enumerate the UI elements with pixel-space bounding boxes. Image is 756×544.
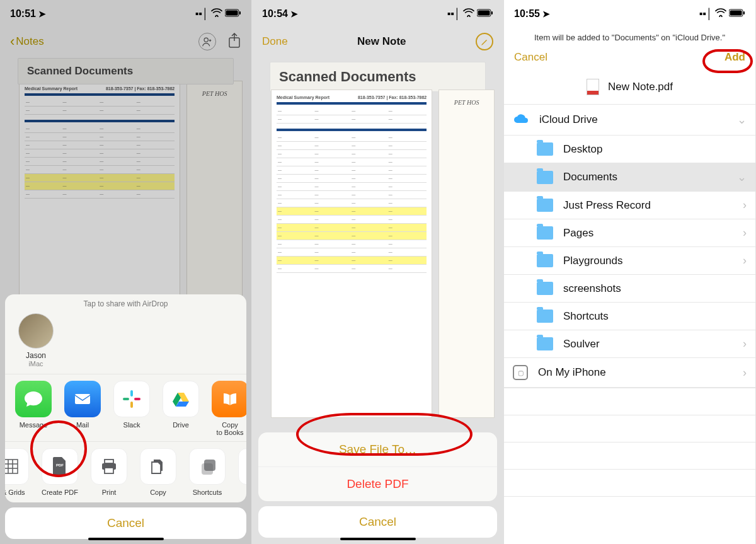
share-app-books[interactable]: Copy to Books — [205, 381, 246, 436]
location-label: iCloud Drive — [539, 113, 598, 126]
action-save[interactable]: Save — [232, 448, 246, 496]
folder-icon — [537, 226, 553, 240]
save-icon — [238, 448, 246, 485]
grid-icon — [5, 448, 29, 485]
iphone-device-icon: ▢ — [513, 365, 528, 380]
svg-rect-2 — [239, 11, 241, 14]
phone-screen-3: 10:55 ➤ ▪▪│ Item will be added to "Docum… — [504, 0, 756, 544]
delete-pdf-button[interactable]: Delete PDF — [258, 466, 497, 501]
folder-soulver[interactable]: Soulver › — [504, 330, 755, 358]
battery-icon — [225, 8, 241, 20]
folder-icon — [537, 337, 553, 350]
location-on-my-iphone[interactable]: ▢ On My iPhone › — [504, 358, 755, 388]
action-create-pdf[interactable]: PDF Create PDF — [35, 448, 84, 496]
clock: 10:54 — [262, 8, 288, 20]
airdrop-name: Jason — [26, 351, 46, 360]
location-icloud-drive[interactable]: iCloud Drive ⌄ — [504, 105, 755, 136]
shortcuts-icon — [189, 448, 226, 485]
pdf-file-icon — [587, 79, 599, 95]
save-file-to-button[interactable]: Save File To… — [258, 432, 497, 466]
options-sheet: Save File To… Delete PDF Cancel — [258, 432, 497, 538]
svg-rect-25 — [743, 11, 745, 14]
folder-icon — [537, 310, 553, 323]
share-app-drive[interactable]: Drive — [156, 381, 205, 436]
location-arrow-icon: ➤ — [38, 9, 46, 19]
action-copy[interactable]: Copy — [134, 448, 183, 496]
folder-screenshots[interactable]: screenshots — [504, 275, 755, 303]
pdf-icon: PDF — [42, 448, 78, 485]
folder-desktop[interactable]: Desktop — [504, 136, 755, 163]
svg-rect-9 — [134, 398, 140, 400]
clock: 10:51 — [10, 8, 36, 20]
status-bar: 10:51 ➤ ▪▪│ — [0, 0, 251, 28]
print-icon — [91, 448, 127, 485]
file-item: New Note.pdf — [504, 72, 755, 104]
add-button[interactable]: Add — [724, 51, 745, 64]
page-title: New Note — [357, 35, 406, 48]
airdrop-target[interactable]: Jason iMac — [14, 313, 58, 367]
home-indicator[interactable] — [88, 538, 164, 540]
nav-bar: Cancel Add — [504, 47, 755, 72]
location-arrow-icon: ➤ — [542, 9, 550, 19]
signal-icon: ▪▪│ — [447, 8, 461, 20]
folder-just-press-record[interactable]: Just Press Record › — [504, 192, 755, 219]
phone-screen-2: 10:54 ➤ ▪▪│ Done New Note Scanned Docume… — [252, 0, 504, 544]
chevron-right-icon: › — [743, 199, 747, 212]
nav-bar: Done New Note — [252, 28, 503, 55]
folder-playgrounds[interactable]: Playgrounds › — [504, 247, 755, 275]
location-arrow-icon: ➤ — [290, 9, 298, 19]
folder-icon — [537, 282, 553, 295]
chevron-down-icon: ⌄ — [737, 170, 747, 184]
svg-text:PDF: PDF — [56, 463, 64, 467]
done-button[interactable]: Done — [262, 35, 288, 48]
folder-icon — [537, 142, 553, 156]
chevron-right-icon: › — [743, 366, 747, 379]
cancel-button[interactable]: Cancel — [514, 51, 547, 64]
battery-icon — [729, 8, 745, 20]
document-preview: Medical Summary Report818-353-7357 | Fax… — [271, 90, 495, 418]
share-app-message[interactable]: Message — [9, 381, 58, 436]
share-app-slack[interactable]: Slack — [107, 381, 156, 436]
icloud-icon — [513, 112, 529, 128]
markup-icon[interactable] — [476, 33, 493, 50]
message-icon — [15, 381, 52, 417]
mail-icon — [64, 381, 101, 417]
books-icon — [212, 381, 246, 417]
chevron-right-icon: › — [743, 254, 747, 267]
document-title: Scanned Documents — [270, 62, 486, 92]
svg-rect-16 — [105, 468, 113, 473]
folder-shortcuts[interactable]: Shortcuts — [504, 303, 755, 330]
chevron-down-icon: ⌄ — [737, 113, 747, 127]
share-app-mail[interactable]: Mail — [58, 381, 107, 436]
destination-hint: Item will be added to "Documents" on "iC… — [504, 28, 755, 47]
folder-pages[interactable]: Pages › — [504, 219, 755, 247]
folder-icon — [537, 171, 553, 184]
svg-rect-14 — [105, 460, 113, 463]
clock: 10:55 — [514, 8, 540, 20]
phone-screen-1: 10:51 ➤ ▪▪│ ‹ Notes Scanned Doc — [0, 0, 252, 544]
battery-icon — [477, 8, 493, 20]
cancel-button[interactable]: Cancel — [5, 507, 246, 539]
svg-rect-8 — [130, 402, 133, 408]
slack-icon — [113, 381, 150, 417]
home-indicator[interactable] — [340, 538, 416, 540]
action-lines-grids[interactable]: s & Grids — [5, 448, 35, 496]
svg-rect-7 — [123, 398, 129, 400]
share-actions-row[interactable]: s & Grids PDF Create PDF Print — [5, 441, 246, 502]
action-print[interactable]: Print — [84, 448, 134, 496]
signal-icon: ▪▪│ — [195, 8, 209, 20]
share-sheet: Tap to share with AirDrop Jason iMac Mes… — [5, 294, 246, 539]
folder-icon — [537, 199, 553, 212]
cancel-button[interactable]: Cancel — [258, 506, 497, 538]
share-apps-row[interactable]: Message Mail Slack — [5, 374, 246, 441]
folder-documents[interactable]: Documents ⌄ — [504, 163, 755, 192]
svg-rect-21 — [478, 11, 490, 16]
svg-rect-18 — [204, 460, 215, 471]
avatar — [18, 313, 54, 349]
action-shortcuts[interactable]: Shortcuts — [183, 448, 232, 496]
status-bar: 10:55 ➤ ▪▪│ — [504, 0, 755, 28]
airdrop-hint: Tap to share with AirDrop — [5, 294, 246, 311]
wifi-icon — [211, 8, 222, 20]
signal-icon: ▪▪│ — [699, 8, 713, 20]
location-label: On My iPhone — [538, 366, 606, 379]
